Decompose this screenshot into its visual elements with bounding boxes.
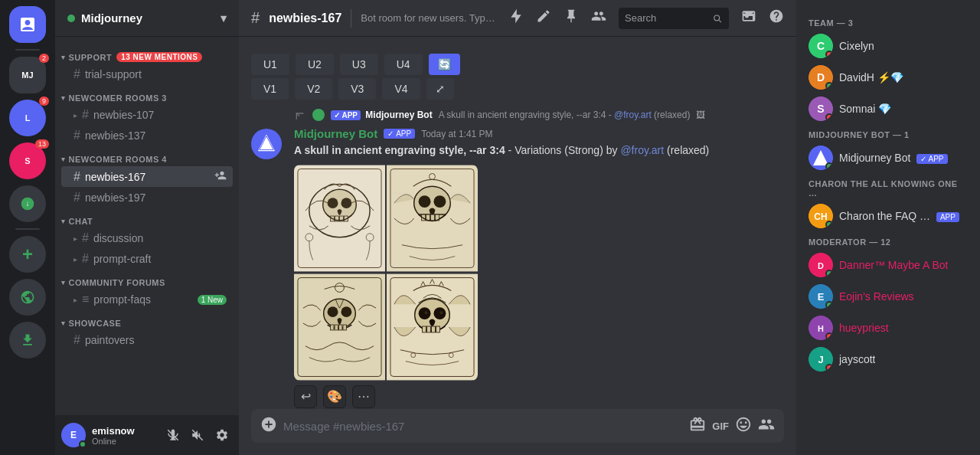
members-category-moderator: MODERATOR — 12	[808, 237, 968, 247]
expand-button[interactable]: ⤢	[426, 78, 454, 100]
members-icon[interactable]	[591, 8, 606, 28]
member-mjbot[interactable]: Midjourney Bot ✓ APP	[802, 142, 974, 173]
edit-icon[interactable]	[536, 8, 551, 28]
midjourney-server-icon[interactable]: MJ	[9, 57, 46, 93]
user-avatar[interactable]: E	[61, 423, 86, 447]
skull-image-2[interactable]	[387, 165, 478, 272]
server-header[interactable]: Midjourney ▾	[55, 0, 239, 37]
user-controls	[162, 424, 233, 446]
channel-prompt-craft[interactable]: ▸ # prompt-craft	[61, 249, 233, 269]
somnai-name: Somnai 💎	[839, 103, 891, 115]
member-charon[interactable]: CH Charon the FAQ … APP	[802, 201, 974, 231]
member-danner[interactable]: D Danner™ Maybe A Bot	[802, 250, 974, 280]
hash-icon-active: #	[74, 170, 80, 184]
gift-icon[interactable]	[689, 416, 706, 437]
member-cixelyn[interactable]: C Cixelyn	[802, 31, 974, 61]
download-button[interactable]	[9, 322, 46, 358]
skull-image-grid[interactable]	[294, 165, 478, 381]
eojin-status	[825, 301, 833, 309]
channel-paintovers[interactable]: # paintovers	[61, 330, 233, 350]
channel-trial-support[interactable]: # trial-support	[61, 64, 233, 84]
davidh-avatar: D	[808, 65, 833, 90]
more-action-button[interactable]: ⋯	[352, 385, 375, 408]
reply-action-button[interactable]: ↩	[294, 385, 317, 408]
search-bar[interactable]	[619, 8, 729, 29]
skull-image-3[interactable]	[294, 273, 385, 381]
channel-newbies-197-label: newbies-197	[85, 191, 145, 204]
add-server-button[interactable]: +	[9, 236, 46, 273]
channel-newbies-107[interactable]: ▸ # newbies-107	[61, 105, 233, 125]
v2-button[interactable]: V2	[295, 78, 332, 100]
bolt-icon[interactable]	[508, 8, 524, 28]
buttons-row-1: U1 U2 U3 U4 🔄	[251, 54, 784, 75]
member-icon-input[interactable]	[758, 416, 775, 437]
server-lml-icon[interactable]: L	[9, 100, 46, 136]
channel-prompt-faqs[interactable]: ▸ ≡ prompt-faqs 1 New	[61, 290, 233, 309]
skull-image-1[interactable]	[294, 165, 385, 272]
mute-button[interactable]	[162, 424, 184, 446]
messages-area[interactable]: U1 U2 U3 U4 🔄 V1 V2 V3 V4 ⤢ ✓ APP	[239, 37, 796, 409]
emoji-icon[interactable]	[735, 416, 752, 437]
svg-rect-49	[436, 326, 439, 332]
channel-newbies-197[interactable]: # newbies-197	[61, 188, 233, 208]
u4-button[interactable]: U4	[384, 54, 423, 75]
help-icon[interactable]	[769, 8, 784, 28]
message-avatar[interactable]	[251, 129, 282, 159]
jayscott-name: jayscott	[839, 353, 875, 365]
category-community-label: COMMUNITY FORUMS	[69, 278, 165, 287]
svg-point-11	[328, 198, 338, 208]
react-action-button[interactable]: 🎨	[323, 385, 346, 408]
v3-button[interactable]: V3	[338, 78, 376, 100]
category-chat-arrow: ▾	[61, 218, 66, 225]
main-content: # newbies-167 Bot room for new users. Ty…	[239, 0, 796, 455]
home-button[interactable]	[9, 6, 46, 43]
mention-froy-art[interactable]: @froy.art	[620, 144, 664, 156]
category-support-arrow: ▾	[61, 54, 66, 61]
member-jayscott[interactable]: J jayscott	[802, 344, 974, 375]
skull-image-4[interactable]	[387, 273, 478, 381]
u3-button[interactable]: U3	[340, 54, 378, 75]
member-hueypriest[interactable]: H hueypriest	[802, 313, 974, 343]
skull-svg-3	[294, 273, 385, 381]
collapse-arrow-disc: ▸	[74, 234, 77, 243]
channel-newbies-167[interactable]: # newbies-167	[61, 166, 233, 187]
v4-button[interactable]: V4	[382, 78, 420, 100]
davidh-name: DavidH ⚡💎	[839, 71, 903, 83]
pin-icon[interactable]	[564, 8, 579, 28]
ref-mention: @froy.art	[614, 110, 652, 120]
svg-rect-26	[431, 214, 435, 221]
category-showcase[interactable]: ▾ SHOWCASE	[55, 316, 239, 329]
server-5-icon[interactable]: ↓	[9, 185, 46, 222]
category-newcomer-3[interactable]: ▾ NEWCOMER ROOMS 3	[55, 90, 239, 104]
explore-button[interactable]	[9, 279, 46, 316]
refresh-button[interactable]: 🔄	[429, 54, 460, 75]
ref-avatar	[312, 109, 325, 121]
v1-button[interactable]: V1	[251, 78, 289, 100]
channel-newbies-137[interactable]: # newbies-137	[61, 126, 233, 146]
category-community[interactable]: ▾ COMMUNITY FORUMS	[55, 275, 239, 289]
add-message-icon[interactable]	[260, 416, 277, 437]
inbox-icon[interactable]	[741, 8, 756, 28]
message-input[interactable]	[283, 420, 683, 433]
davidh-status	[825, 82, 833, 90]
header-icons	[508, 8, 784, 29]
member-somnai[interactable]: S Somnai 💎	[802, 93, 974, 124]
member-eojin[interactable]: E Eojin's Reviews	[802, 281, 974, 312]
category-support[interactable]: ▾ SUPPORT 13 NEW MENTIONS	[55, 49, 239, 64]
member-davidh[interactable]: D DavidH ⚡💎	[802, 62, 974, 93]
davidh-badges: ⚡💎	[877, 71, 903, 83]
settings-button[interactable]	[211, 424, 233, 446]
deafen-button[interactable]	[187, 424, 208, 446]
category-chat[interactable]: ▾ CHAT	[55, 214, 239, 228]
gif-icon[interactable]: GIF	[712, 421, 729, 432]
channel-discussion[interactable]: ▸ # discussion	[61, 228, 233, 248]
search-input[interactable]	[625, 12, 707, 24]
category-newcomer-4[interactable]: ▾ NEWCOMER ROOMS 4	[55, 152, 239, 165]
u1-button[interactable]: U1	[251, 54, 289, 75]
svg-text:E: E	[818, 291, 825, 303]
charon-name: Charon the FAQ … APP	[839, 210, 959, 222]
members-category-team: TEAM — 3	[808, 18, 968, 28]
svg-text:S: S	[817, 103, 824, 115]
add-member-icon[interactable]	[214, 169, 227, 184]
u2-button[interactable]: U2	[296, 54, 334, 75]
